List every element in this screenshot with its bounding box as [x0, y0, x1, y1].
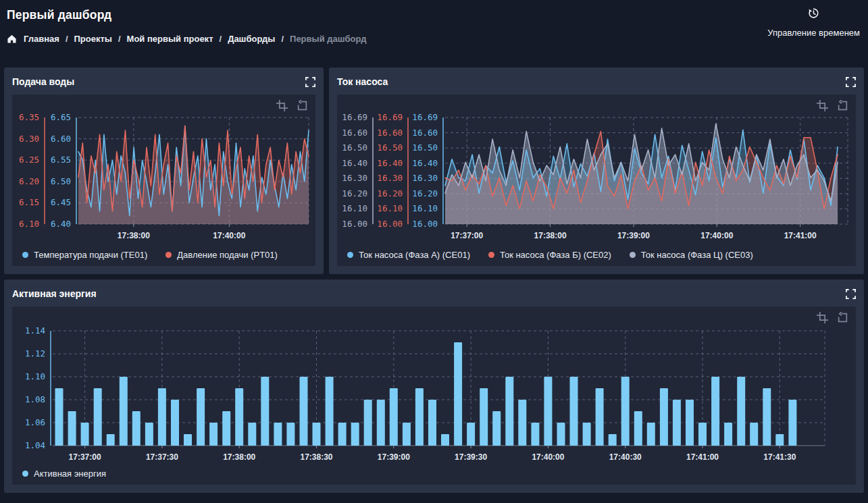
- svg-text:16.40: 16.40: [342, 158, 367, 168]
- svg-text:6.35: 6.35: [19, 112, 39, 122]
- svg-text:16.30: 16.30: [377, 173, 403, 183]
- chart-legend: Ток насоса (Фаза А) (CE01)Ток насоса (Фа…: [347, 250, 753, 260]
- panels-row-2: Активная энергия 17:37:0017:37:3017:38:0…: [4, 280, 864, 493]
- svg-text:6.45: 6.45: [51, 197, 71, 207]
- svg-text:17:39:30: 17:39:30: [455, 452, 487, 462]
- legend-item[interactable]: Ток насоса (Фаза Ц) (CE03): [630, 250, 753, 260]
- svg-text:6.55: 6.55: [51, 155, 71, 165]
- legend-item[interactable]: Давление подачи (PT01): [165, 250, 278, 260]
- svg-text:16.60: 16.60: [377, 128, 403, 138]
- svg-text:16.00: 16.00: [412, 219, 438, 229]
- svg-text:6.40: 6.40: [51, 219, 71, 229]
- zoom-reset-icon[interactable]: [837, 312, 848, 323]
- svg-text:17:41:30: 17:41:30: [763, 452, 796, 462]
- svg-text:17:41:00: 17:41:00: [784, 231, 817, 240]
- svg-text:17:37:30: 17:37:30: [146, 452, 178, 462]
- breadcrumb-item-dashboards[interactable]: Дашборды: [228, 34, 275, 44]
- zoom-select-icon[interactable]: [276, 100, 288, 111]
- svg-text:1.12: 1.12: [25, 348, 45, 359]
- zoom-select-icon[interactable]: [817, 100, 828, 111]
- legend-label: Ток насоса (Фаза А) (CE01): [359, 250, 470, 260]
- svg-text:17:39:00: 17:39:00: [617, 231, 650, 240]
- fullscreen-icon[interactable]: [846, 289, 856, 299]
- svg-text:16.00: 16.00: [342, 219, 367, 229]
- svg-text:17:38:00: 17:38:00: [534, 231, 567, 240]
- zoom-select-icon[interactable]: [817, 312, 828, 323]
- svg-text:16.20: 16.20: [412, 188, 438, 198]
- legend-label: Активная энергия: [34, 469, 106, 479]
- breadcrumb-separator: /: [220, 34, 222, 44]
- panels-row-1: Подача воды 17:38:0017:40:006.356.306.25…: [4, 68, 864, 274]
- chart-container-energy: 17:37:0017:37:3017:38:0017:38:3017:39:00…: [12, 307, 856, 485]
- legend-item[interactable]: Температура подачи (TE01): [22, 250, 147, 260]
- svg-text:17:37:00: 17:37:00: [451, 231, 483, 240]
- breadcrumb-item-current: Первый дашборд: [290, 34, 366, 44]
- svg-text:17:40:30: 17:40:30: [609, 452, 642, 462]
- svg-text:6.25: 6.25: [19, 155, 39, 165]
- bar-chart-energy[interactable]: 17:37:0017:37:3017:38:0017:38:3017:39:00…: [12, 324, 856, 469]
- dashboard-page: Первый дашборд Главная / Проекты / Мой п…: [0, 0, 868, 503]
- chart-container-water: 17:38:0017:40:006.356.306.256.206.156.10…: [12, 95, 315, 266]
- legend-dot-icon: [488, 252, 494, 258]
- legend-dot-icon: [22, 252, 28, 258]
- svg-text:6.65: 6.65: [51, 112, 71, 122]
- panel-header: Подача воды: [4, 68, 324, 95]
- svg-text:17:37:00: 17:37:00: [69, 452, 101, 462]
- breadcrumb-item-projects[interactable]: Проекты: [74, 34, 112, 44]
- svg-text:17:38:00: 17:38:00: [223, 452, 255, 462]
- legend-dot-icon: [347, 252, 353, 258]
- svg-text:1.04: 1.04: [25, 440, 45, 450]
- svg-text:6.10: 6.10: [19, 219, 39, 229]
- svg-text:1.14: 1.14: [25, 325, 45, 336]
- panel-title: Активная энергия: [12, 288, 97, 299]
- breadcrumb-item-project[interactable]: Мой первый проект: [127, 34, 213, 44]
- chart-toolbox: [817, 100, 848, 111]
- svg-text:16.69: 16.69: [412, 112, 438, 122]
- fullscreen-icon[interactable]: [846, 77, 856, 87]
- line-chart-pump[interactable]: 17:37:0017:38:0017:39:0017:40:0017:41:00…: [337, 112, 856, 247]
- chart-legend: Активная энергия: [22, 469, 106, 479]
- svg-text:16.69: 16.69: [342, 112, 367, 122]
- zoom-reset-icon[interactable]: [297, 100, 308, 111]
- chart-toolbox: [276, 100, 308, 111]
- home-icon[interactable]: [7, 34, 17, 44]
- legend-label: Давление подачи (PT01): [177, 250, 278, 260]
- chart-container-pump: 17:37:0017:38:0017:39:0017:40:0017:41:00…: [337, 95, 856, 266]
- svg-text:16.50: 16.50: [412, 142, 438, 153]
- svg-text:16.40: 16.40: [377, 158, 403, 168]
- legend-label: Ток насоса (Фаза Ц) (CE03): [641, 250, 753, 260]
- svg-text:16.10: 16.10: [377, 203, 403, 213]
- svg-text:16.20: 16.20: [377, 188, 403, 198]
- legend-dot-icon: [630, 252, 636, 258]
- svg-text:16.50: 16.50: [342, 142, 367, 153]
- svg-text:17:39:00: 17:39:00: [378, 452, 410, 462]
- panel-title: Подача воды: [12, 76, 74, 87]
- legend-label: Ток насоса (Фаза Б) (CE02): [500, 250, 611, 260]
- zoom-reset-icon[interactable]: [837, 100, 848, 111]
- svg-text:16.40: 16.40: [412, 158, 438, 168]
- page-title: Первый дашборд: [7, 8, 861, 22]
- svg-text:6.15: 6.15: [19, 197, 39, 207]
- line-chart-water[interactable]: 17:38:0017:40:006.356.306.256.206.156.10…: [12, 112, 315, 247]
- fullscreen-icon[interactable]: [305, 77, 315, 87]
- svg-text:6.60: 6.60: [51, 134, 71, 144]
- app-header: Первый дашборд Главная / Проекты / Мой п…: [4, 0, 864, 68]
- time-management-button[interactable]: Управление временем: [767, 7, 860, 38]
- chart-toolbox: [817, 312, 848, 323]
- svg-text:16.50: 16.50: [377, 142, 403, 153]
- svg-text:16.30: 16.30: [342, 173, 367, 183]
- svg-text:6.50: 6.50: [51, 176, 71, 186]
- svg-text:16.69: 16.69: [377, 112, 403, 122]
- legend-item[interactable]: Активная энергия: [22, 469, 106, 479]
- legend-item[interactable]: Ток насоса (Фаза А) (CE01): [347, 250, 470, 260]
- svg-text:16.60: 16.60: [342, 128, 367, 138]
- svg-text:16.60: 16.60: [412, 128, 438, 138]
- legend-item[interactable]: Ток насоса (Фаза Б) (CE02): [488, 250, 611, 260]
- panel-header: Ток насоса: [329, 68, 864, 95]
- svg-text:16.10: 16.10: [342, 203, 367, 213]
- panel-water-supply: Подача воды 17:38:0017:40:006.356.306.25…: [4, 68, 324, 274]
- breadcrumb: Главная / Проекты / Мой первый проект / …: [7, 34, 861, 44]
- breadcrumb-item-home[interactable]: Главная: [24, 34, 59, 44]
- svg-text:1.10: 1.10: [25, 371, 45, 381]
- breadcrumb-separator: /: [118, 34, 121, 44]
